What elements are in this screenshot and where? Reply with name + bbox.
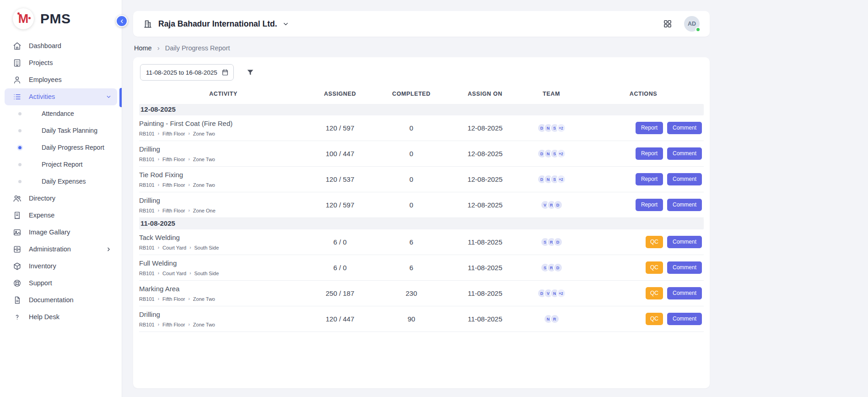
sidebar-subitem-daily-expenses[interactable]: Daily Expenses	[5, 173, 117, 190]
users-icon	[13, 194, 22, 203]
path-segment: RB101	[139, 271, 155, 276]
report-button[interactable]: Report	[636, 147, 663, 160]
team-more-badge[interactable]: +2	[556, 123, 566, 133]
sidebar-subitem-daily-progress-report[interactable]: Daily Progress Report	[5, 139, 117, 156]
bullet-dot-icon	[18, 129, 22, 132]
comment-button[interactable]: Comment	[667, 236, 702, 248]
filter-icon[interactable]	[246, 68, 254, 76]
path-segment: RB101	[139, 296, 155, 302]
chevron-right-icon: ›	[189, 131, 190, 136]
table-row: DrillingRB101›Fifth Floor›Zone Two100 / …	[139, 141, 704, 167]
sidebar-item-label: Inventory	[29, 262, 56, 271]
qc-button[interactable]: QC	[646, 261, 663, 274]
comment-button[interactable]: Comment	[667, 122, 702, 134]
sidebar-item-label: Support	[29, 279, 52, 288]
completed-cell: 230	[372, 289, 450, 297]
comment-button[interactable]: Comment	[667, 199, 702, 211]
topbar: Raja Bahadur International Ltd. AD	[133, 11, 710, 37]
chevron-right-icon: ›	[158, 271, 159, 276]
comment-button[interactable]: Comment	[667, 173, 702, 185]
sidebar-item-label: Image Gallary	[29, 228, 70, 237]
column-header-actions: ACTIONS	[583, 91, 704, 97]
sidebar-item-support[interactable]: Support	[5, 275, 117, 292]
path-segment: Zone Two	[193, 296, 215, 302]
sidebar-item-directory[interactable]: Directory	[5, 190, 117, 207]
activity-cell: DrillingRB101›Fifth Floor›Zone Two	[139, 307, 307, 332]
sidebar-subitem-attendance[interactable]: Attendance	[5, 105, 117, 122]
image-icon	[13, 228, 22, 237]
date-range-input[interactable]: 11-08-2025 to 16-08-2025	[140, 64, 234, 81]
activity-cell: Tie Rod FixingRB101›Fifth Floor›Zone Two	[139, 167, 307, 192]
report-button[interactable]: Report	[636, 122, 663, 134]
report-button[interactable]: Report	[636, 173, 663, 185]
chevron-right-icon: ›	[189, 296, 190, 301]
column-header-activity: ACTIVITY	[139, 91, 307, 97]
assign-on-cell: 12-08-2025	[450, 175, 520, 183]
path-segment: Court Yard	[162, 271, 186, 276]
sidebar-item-help-desk[interactable]: Help Desk	[5, 309, 117, 326]
column-header-completed: COMPLETED	[372, 91, 450, 97]
sidebar-item-dashboard[interactable]: Dashboard	[5, 38, 117, 54]
path-segment: RB101	[139, 322, 155, 327]
qc-button[interactable]: QC	[646, 287, 663, 299]
chevron-right-icon: ›	[189, 245, 191, 250]
sidebar-item-image-gallary[interactable]: Image Gallary	[5, 224, 117, 241]
actions-cell: ReportComment	[583, 147, 704, 160]
chevron-left-icon	[119, 19, 124, 24]
sidebar-item-label: Documentation	[29, 296, 74, 305]
team-avatar[interactable]: D	[553, 237, 563, 247]
logo: M PMS	[0, 0, 122, 36]
user-avatar[interactable]: AD	[684, 16, 700, 32]
team-more-badge[interactable]: +2	[556, 149, 566, 158]
chevron-right-icon	[106, 246, 112, 252]
activity-cell: Painting - First Coat (Fire Red)RB101›Fi…	[139, 116, 307, 141]
breadcrumb-home[interactable]: Home	[134, 44, 152, 52]
filter-row: 11-08-2025 to 16-08-2025	[139, 63, 704, 87]
path-segment: Zone Two	[193, 182, 215, 188]
comment-button[interactable]: Comment	[667, 261, 702, 274]
chevron-right-icon: ›	[189, 322, 190, 327]
assigned-cell: 120 / 597	[307, 124, 372, 132]
qc-button[interactable]: QC	[646, 236, 663, 248]
team-more-badge[interactable]: +2	[556, 288, 566, 298]
sidebar-subitem-project-report[interactable]: Project Report	[5, 156, 117, 173]
comment-button[interactable]: Comment	[667, 313, 702, 325]
comment-button[interactable]: Comment	[667, 147, 702, 160]
table-row: Marking AreaRB101›Fifth Floor›Zone Two25…	[139, 281, 704, 306]
qc-button[interactable]: QC	[646, 313, 663, 325]
apps-grid-icon[interactable]	[663, 19, 672, 28]
avatar-initials: AD	[688, 21, 696, 27]
team-avatar[interactable]: D	[553, 200, 563, 210]
comment-button[interactable]: Comment	[667, 287, 702, 299]
sidebar-item-documentation[interactable]: Documentation	[5, 292, 117, 309]
chevron-right-icon: ›	[189, 182, 190, 187]
sidebar-item-activities[interactable]: Activities	[5, 88, 117, 105]
company-name[interactable]: Raja Bahadur International Ltd.	[158, 19, 277, 29]
sidebar-item-employees[interactable]: Employees	[5, 71, 117, 88]
column-header-assign-on: ASSIGN ON	[450, 91, 520, 97]
team-cell: SRD	[520, 263, 583, 272]
activity-path: RB101›Fifth Floor›Zone Two	[139, 296, 307, 302]
path-segment: RB101	[139, 131, 155, 136]
breadcrumb-current: Daily Progress Report	[165, 44, 230, 52]
path-segment: Zone One	[193, 208, 216, 213]
sidebar: M PMS DashboardProjectsEmployeesActiviti…	[0, 0, 122, 397]
sidebar-subitem-label: Daily Expenses	[42, 178, 86, 185]
assign-on-cell: 12-08-2025	[450, 201, 520, 209]
assign-on-cell: 11-08-2025	[450, 264, 520, 272]
team-cell: VRD	[520, 200, 583, 210]
sidebar-item-projects[interactable]: Projects	[5, 54, 117, 71]
sidebar-item-expense[interactable]: Expense	[5, 207, 117, 224]
column-header-team: TEAM	[520, 91, 583, 97]
team-more-badge[interactable]: +2	[556, 174, 566, 184]
report-button[interactable]: Report	[636, 199, 663, 211]
chevron-down-icon[interactable]	[282, 21, 289, 27]
sidebar-subitem-daily-task-planning[interactable]: Daily Task Planning	[5, 122, 117, 139]
team-avatar[interactable]: R	[550, 314, 560, 324]
sidebar-item-inventory[interactable]: Inventory	[5, 258, 117, 275]
team-avatar[interactable]: D	[553, 263, 563, 272]
table-row: DrillingRB101›Fifth Floor›Zone One120 / …	[139, 192, 704, 218]
sidebar-item-administration[interactable]: Administration	[5, 241, 117, 258]
completed-cell: 6	[372, 238, 450, 246]
sidebar-collapse-button[interactable]	[116, 15, 128, 27]
